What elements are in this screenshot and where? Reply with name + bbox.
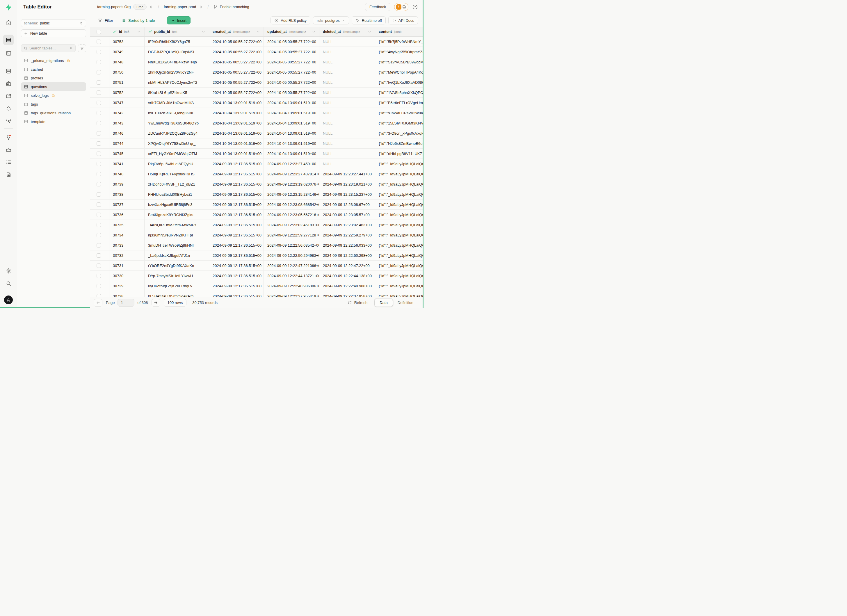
cell-public_id[interactable]: YwEmuWdqT38XoSB048QYp — [145, 118, 209, 128]
cell-updated_at[interactable]: 2024-09-09 12:22:56.03542+00 — [264, 240, 319, 250]
column-header-created_at[interactable]: created_attimestamptz — [209, 27, 264, 36]
cell-deleted_at[interactable]: NULL — [319, 128, 375, 138]
prev-page-button[interactable] — [94, 299, 102, 307]
org-switcher-icon[interactable] — [149, 5, 153, 9]
column-header-deleted_at[interactable]: deleted_attimestamptz — [319, 27, 375, 36]
cell-id[interactable]: 30746 — [109, 128, 145, 138]
cell-created_at[interactable]: 2024-09-09 12:17:36.515+00 — [209, 240, 264, 250]
row-checkbox[interactable] — [90, 159, 109, 169]
cell-id[interactable]: 30748 — [109, 57, 145, 67]
cell-public_id[interactable]: FHHUioa3bidd00BHyLeZt — [145, 189, 209, 199]
settings-gear-icon[interactable] — [3, 265, 14, 276]
cell-content[interactable]: {"id":"B6tr6eEFLrOVgeUmH — [375, 98, 423, 108]
cell-content[interactable]: {"id":"1VASb3phnXXkQPCpv — [375, 87, 423, 97]
cell-created_at[interactable]: 2024-09-09 12:17:36.515+00 — [209, 169, 264, 179]
cell-created_at[interactable]: 2024-09-09 12:17:36.515+00 — [209, 230, 264, 240]
search-tables-field[interactable] — [30, 46, 68, 50]
cell-updated_at[interactable]: 2024-10-05 00:55:27.722+00 — [264, 37, 319, 47]
cell-created_at[interactable]: 2024-10-05 00:55:27.722+00 — [209, 77, 264, 87]
cell-created_at[interactable]: 2024-09-09 12:17:36.515+00 — [209, 251, 264, 260]
schema-select[interactable]: schema: public — [21, 19, 86, 27]
table-editor-icon[interactable] — [3, 35, 14, 45]
notification-pill[interactable]: ! — [394, 3, 409, 11]
cell-deleted_at[interactable]: NULL — [319, 47, 375, 57]
cell-updated_at[interactable]: 2024-09-09 12:22:47.221066+00 — [264, 261, 319, 271]
row-checkbox[interactable] — [90, 179, 109, 189]
cell-created_at[interactable]: 2024-09-09 12:17:36.515+00 — [209, 159, 264, 169]
row-checkbox[interactable] — [90, 128, 109, 138]
cell-public_id[interactable]: IEfA0sRh9hIXf62Y6ga75 — [145, 37, 209, 47]
realtime-toggle-button[interactable]: Realtime off — [352, 16, 386, 24]
cell-created_at[interactable]: 2024-09-09 12:17:36.515+00 — [209, 189, 264, 199]
cell-created_at[interactable]: 2024-09-09 12:17:36.515+00 — [209, 281, 264, 291]
cell-created_at[interactable]: 2024-10-05 00:55:27.722+00 — [209, 67, 264, 77]
cell-created_at[interactable]: 2024-09-09 12:17:36.515+00 — [209, 199, 264, 209]
edge-functions-icon[interactable] — [3, 103, 14, 114]
cell-public_id[interactable]: _l40sQIRTmMZfcm-MWMPs — [145, 220, 209, 230]
cell-id[interactable]: 30750 — [109, 67, 145, 77]
cell-id[interactable]: 30747 — [109, 98, 145, 108]
supabase-logo-icon[interactable] — [5, 4, 12, 11]
select-all-checkbox[interactable] — [90, 27, 109, 36]
cell-deleted_at[interactable]: NULL — [319, 87, 375, 97]
cell-created_at[interactable]: 2024-10-05 00:55:27.722+00 — [209, 47, 264, 57]
advisors-icon[interactable] — [3, 132, 14, 142]
cell-id[interactable]: 30743 — [109, 118, 145, 128]
column-menu-icon[interactable] — [137, 30, 141, 34]
sidebar-table-profiles[interactable]: profiles — [21, 74, 86, 82]
row-checkbox[interactable] — [90, 57, 109, 67]
cell-content[interactable]: {"id":"_Id9aLyJpMHQLaiQG — [375, 210, 423, 220]
add-rls-policy-button[interactable]: Add RLS policy — [270, 16, 310, 24]
cell-public_id[interactable]: H5uqFKpRUTPkjxdysT3HS — [145, 169, 209, 179]
row-checkbox[interactable] — [90, 220, 109, 230]
cell-created_at[interactable]: 2024-10-04 13:09:01.519+00 — [209, 128, 264, 138]
cell-public_id[interactable]: Be4KignzoK9YRGNI3Zgks — [145, 210, 209, 220]
new-table-button[interactable]: New table — [21, 29, 86, 37]
feedback-button[interactable]: Feedback — [365, 3, 390, 11]
database-icon[interactable] — [3, 66, 14, 76]
table-menu-button[interactable]: ⋯ — [78, 85, 83, 89]
cell-updated_at[interactable]: 2024-10-04 13:09:01.519+00 — [264, 118, 319, 128]
sidebar-table-_prisma_migrations[interactable]: _prisma_migrations — [21, 56, 86, 65]
user-avatar[interactable] — [3, 295, 14, 305]
cell-created_at[interactable]: 2024-09-09 12:17:36.515+00 — [209, 261, 264, 271]
column-header-id[interactable]: idint8 — [109, 27, 145, 36]
home-icon[interactable] — [3, 17, 14, 28]
search-icon[interactable] — [3, 278, 14, 289]
cell-public_id[interactable]: DGEJfJZPQUV9Q-IBqsNSi — [145, 47, 209, 57]
cell-deleted_at[interactable]: 2024-09-09 12:22:37.958+00 — [319, 291, 375, 297]
cell-updated_at[interactable]: 2024-09-09 12:23:02.46183+00 — [264, 220, 319, 230]
row-checkbox[interactable] — [90, 271, 109, 281]
cell-deleted_at[interactable]: NULL — [319, 98, 375, 108]
logs-icon[interactable] — [3, 157, 14, 167]
row-checkbox[interactable] — [90, 139, 109, 148]
row-checkbox[interactable] — [90, 240, 109, 250]
help-icon[interactable] — [412, 4, 418, 10]
cell-updated_at[interactable]: 2024-10-04 13:09:01.519+00 — [264, 128, 319, 138]
cell-created_at[interactable]: 2024-10-04 13:09:01.519+00 — [209, 139, 264, 148]
row-checkbox[interactable] — [90, 37, 109, 47]
cell-deleted_at[interactable]: 2024-09-09 12:22:50.298+00 — [319, 251, 375, 260]
filter-tables-button[interactable] — [78, 44, 86, 52]
cell-updated_at[interactable]: 2024-10-05 00:55:27.722+00 — [264, 87, 319, 97]
cell-id[interactable]: 30751 — [109, 77, 145, 87]
cell-updated_at[interactable]: 2024-10-04 13:09:01.519+00 — [264, 149, 319, 159]
cell-content[interactable]: {"id":"MeWCriorTPopA4Kc9 — [375, 67, 423, 77]
cell-deleted_at[interactable]: 2024-09-09 12:23:15.237+00 — [319, 189, 375, 199]
cell-updated_at[interactable]: 2024-09-09 12:23:05.567216+00 — [264, 210, 319, 220]
row-checkbox[interactable] — [90, 87, 109, 97]
cell-content[interactable]: {"id":"rtHbLpgB8V11LUK7152 — [375, 149, 423, 159]
insert-button[interactable]: Insert — [167, 16, 191, 24]
cell-id[interactable]: 30730 — [109, 271, 145, 281]
cell-content[interactable]: {"id":"sTsWaLCPsVA2WuK2 — [375, 108, 423, 118]
cell-public_id[interactable]: bzwXazHgax6UIR58j6Fn3 — [145, 199, 209, 209]
cell-created_at[interactable]: 2024-10-05 00:55:27.722+00 — [209, 57, 264, 67]
cell-public_id[interactable]: DYp-7mcyMSIrHefLYIwwH — [145, 271, 209, 281]
cell-content[interactable]: {"id":"15LSIyT0JGMf3KI4Vn — [375, 118, 423, 128]
cell-updated_at[interactable]: 2024-09-09 12:22:40.986386+00 — [264, 281, 319, 291]
cell-public_id[interactable]: rYbORF2e4YgDt9fKAXaKn — [145, 261, 209, 271]
row-checkbox[interactable] — [90, 210, 109, 220]
cell-deleted_at[interactable]: NULL — [319, 159, 375, 169]
row-checkbox[interactable] — [90, 261, 109, 271]
cell-created_at[interactable]: 2024-10-04 13:09:01.519+00 — [209, 98, 264, 108]
